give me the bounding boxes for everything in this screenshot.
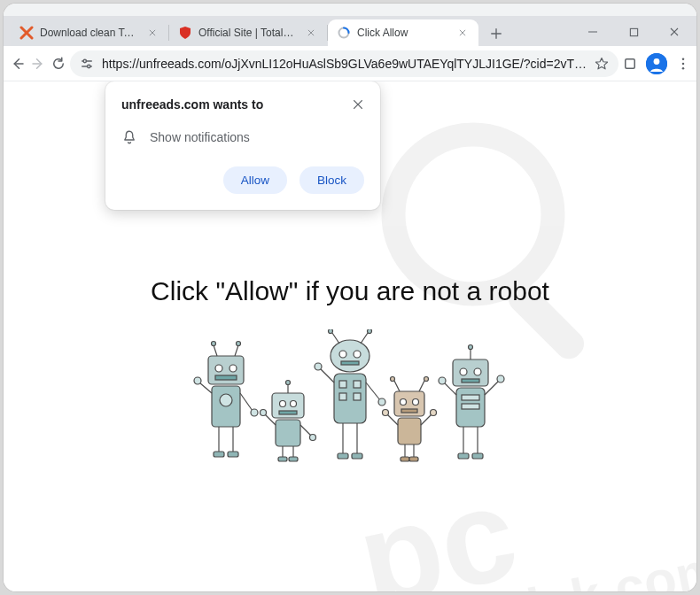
svg-rect-55 (354, 381, 361, 388)
watermark-line2: risk.com (503, 545, 696, 591)
tab-title: Official Site | TotalAV™ (198, 27, 298, 39)
svg-point-88 (469, 345, 473, 350)
svg-point-46 (339, 351, 346, 358)
bookmark-star-icon[interactable] (594, 56, 610, 72)
svg-rect-53 (334, 374, 366, 423)
bell-icon (121, 129, 137, 145)
svg-rect-90 (462, 395, 479, 400)
svg-point-13 (215, 365, 222, 372)
svg-point-95 (497, 375, 504, 382)
svg-point-19 (237, 342, 241, 346)
svg-point-21 (220, 394, 232, 406)
new-tab-button[interactable] (484, 21, 509, 46)
svg-point-32 (291, 401, 297, 407)
block-button[interactable]: Block (299, 166, 364, 194)
tabs: Download clean Torren Official Site | To… (11, 19, 509, 46)
notification-permission-popup: unfreeads.com wants to Show notification… (105, 81, 380, 210)
allow-button[interactable]: Allow (223, 166, 287, 194)
svg-point-25 (251, 409, 258, 416)
tab-close-button[interactable] (304, 26, 318, 40)
svg-rect-69 (401, 409, 417, 413)
site-settings-icon[interactable] (79, 56, 95, 72)
svg-rect-29 (228, 452, 238, 457)
favicon-x-icon (19, 26, 34, 40)
svg-point-31 (280, 401, 286, 407)
svg-point-8 (681, 62, 684, 65)
svg-point-93 (439, 377, 446, 384)
svg-rect-91 (462, 404, 479, 409)
tab-close-button[interactable] (145, 26, 159, 40)
svg-line-51 (361, 333, 368, 344)
svg-line-70 (394, 381, 400, 391)
reload-button[interactable] (50, 49, 66, 79)
svg-point-68 (413, 399, 419, 406)
tab-strip: Download clean Torren Official Site | To… (4, 16, 696, 46)
window-controls (572, 19, 695, 45)
favicon-spinner-icon (337, 26, 351, 40)
permission-item-label: Show notifications (150, 130, 250, 144)
svg-point-38 (261, 410, 267, 416)
svg-line-60 (366, 382, 380, 400)
svg-point-3 (88, 65, 90, 67)
svg-rect-1 (630, 28, 637, 35)
svg-rect-44 (289, 457, 298, 461)
svg-point-17 (212, 342, 216, 346)
back-button[interactable] (9, 49, 26, 79)
robots-illustration (191, 329, 509, 480)
svg-point-14 (229, 365, 237, 372)
svg-rect-82 (409, 457, 418, 461)
tab-totalav[interactable]: Official Site | TotalAV™ (169, 19, 327, 46)
address-bar[interactable]: https://unfreeads.com/oJjXvnLI12oHuAslSb… (70, 50, 618, 77)
svg-line-24 (240, 393, 253, 411)
svg-point-71 (391, 377, 395, 382)
svg-point-84 (460, 368, 467, 375)
svg-point-6 (654, 58, 660, 65)
maximize-button[interactable] (613, 19, 654, 45)
svg-rect-57 (354, 393, 361, 400)
tab-close-button[interactable] (455, 26, 470, 40)
svg-line-58 (320, 368, 334, 382)
svg-line-39 (300, 425, 311, 436)
page-content: unfreeads.com wants to Show notification… (4, 81, 696, 591)
minimize-button[interactable] (572, 19, 613, 45)
svg-point-47 (354, 351, 361, 358)
close-window-button[interactable] (654, 19, 695, 45)
svg-rect-86 (462, 379, 479, 382)
svg-point-85 (474, 368, 481, 375)
extensions-button[interactable] (622, 49, 639, 79)
page-instruction: Click "Allow" if you are not a robot (4, 276, 696, 306)
svg-point-2 (83, 59, 86, 62)
close-icon[interactable] (352, 98, 364, 111)
svg-rect-65 (352, 453, 362, 459)
svg-line-49 (332, 333, 339, 344)
tab-click-allow[interactable]: Click Allow (328, 19, 478, 46)
svg-rect-48 (341, 361, 359, 365)
profile-avatar[interactable] (646, 53, 667, 74)
svg-point-40 (310, 435, 316, 441)
svg-point-76 (383, 410, 389, 416)
svg-line-16 (214, 345, 217, 356)
tab-title: Click Allow (357, 27, 449, 39)
favicon-shield-icon (178, 26, 192, 40)
svg-point-23 (194, 377, 201, 384)
svg-rect-54 (339, 381, 346, 388)
svg-point-61 (378, 398, 385, 406)
browser-window: Download clean Torren Official Site | To… (4, 4, 696, 591)
svg-point-10 (393, 135, 553, 294)
svg-point-67 (401, 399, 407, 406)
tab-download[interactable]: Download clean Torren (11, 19, 168, 46)
menu-button[interactable] (674, 49, 691, 79)
forward-button[interactable] (29, 49, 46, 79)
svg-rect-15 (215, 375, 237, 380)
svg-rect-4 (626, 58, 635, 68)
svg-rect-56 (339, 393, 346, 400)
svg-point-73 (424, 377, 429, 382)
tab-title: Download clean Torren (40, 27, 139, 39)
svg-point-35 (286, 381, 291, 385)
toolbar: https://unfreeads.com/oJjXvnLI12oHuAslSb… (4, 46, 696, 81)
url-text: https://unfreeads.com/oJjXvnLI12oHuAslSb… (102, 57, 587, 71)
svg-point-9 (681, 66, 684, 69)
svg-point-59 (315, 363, 322, 370)
permission-item: Show notifications (121, 129, 364, 145)
permission-title: unfreeads.com wants to (121, 97, 263, 112)
